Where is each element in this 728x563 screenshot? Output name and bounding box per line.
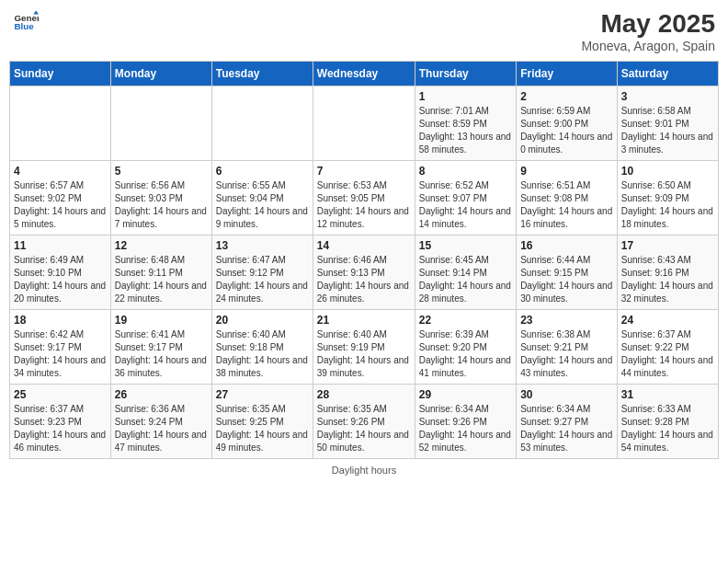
page-header: General Blue May 2025 Moneva, Aragon, Sp… — [9, 9, 719, 53]
title-area: May 2025 Moneva, Aragon, Spain — [581, 9, 715, 53]
day-info: Sunrise: 6:34 AM Sunset: 9:26 PM Dayligh… — [419, 403, 512, 454]
day-info: Sunrise: 6:55 AM Sunset: 9:04 PM Dayligh… — [216, 179, 309, 231]
day-cell: 26Sunrise: 6:36 AM Sunset: 9:24 PM Dayli… — [110, 385, 211, 459]
day-cell: 20Sunrise: 6:40 AM Sunset: 9:18 PM Dayli… — [211, 310, 313, 385]
day-cell: 24Sunrise: 6:37 AM Sunset: 9:22 PM Dayli… — [617, 310, 718, 385]
day-cell: 25Sunrise: 6:37 AM Sunset: 9:23 PM Dayli… — [10, 385, 111, 459]
day-number: 4 — [14, 165, 107, 178]
day-info: Sunrise: 6:52 AM Sunset: 9:07 PM Dayligh… — [419, 179, 512, 231]
day-cell: 11Sunrise: 6:49 AM Sunset: 9:10 PM Dayli… — [10, 236, 111, 310]
day-cell: 22Sunrise: 6:39 AM Sunset: 9:20 PM Dayli… — [415, 310, 516, 385]
day-info: Sunrise: 6:46 AM Sunset: 9:13 PM Dayligh… — [317, 254, 411, 305]
day-number: 25 — [14, 388, 107, 401]
day-info: Sunrise: 7:01 AM Sunset: 8:59 PM Dayligh… — [419, 105, 512, 156]
day-cell: 16Sunrise: 6:44 AM Sunset: 9:15 PM Dayli… — [517, 236, 618, 310]
day-cell: 1Sunrise: 7:01 AM Sunset: 8:59 PM Daylig… — [415, 86, 516, 161]
day-cell: 29Sunrise: 6:34 AM Sunset: 9:26 PM Dayli… — [415, 385, 516, 459]
column-header-tuesday: Tuesday — [211, 62, 313, 86]
day-cell — [110, 86, 211, 161]
day-number: 26 — [115, 388, 208, 401]
column-header-friday: Friday — [517, 62, 618, 86]
column-header-monday: Monday — [110, 62, 211, 86]
week-row-3: 11Sunrise: 6:49 AM Sunset: 9:10 PM Dayli… — [10, 236, 719, 310]
day-cell: 2Sunrise: 6:59 AM Sunset: 9:00 PM Daylig… — [517, 86, 618, 161]
svg-text:Blue: Blue — [14, 21, 34, 31]
day-info: Sunrise: 6:37 AM Sunset: 9:22 PM Dayligh… — [621, 328, 714, 380]
day-number: 27 — [216, 388, 309, 401]
day-info: Sunrise: 6:38 AM Sunset: 9:21 PM Dayligh… — [520, 328, 613, 380]
footer-daylight: Daylight hours — [9, 465, 719, 476]
day-info: Sunrise: 6:39 AM Sunset: 9:20 PM Dayligh… — [419, 328, 512, 380]
day-cell: 14Sunrise: 6:46 AM Sunset: 9:13 PM Dayli… — [313, 236, 415, 310]
day-cell: 31Sunrise: 6:33 AM Sunset: 9:28 PM Dayli… — [617, 385, 718, 459]
day-info: Sunrise: 6:41 AM Sunset: 9:17 PM Dayligh… — [115, 328, 208, 380]
day-info: Sunrise: 6:42 AM Sunset: 9:17 PM Dayligh… — [14, 328, 107, 380]
day-number: 29 — [419, 388, 512, 401]
day-info: Sunrise: 6:43 AM Sunset: 9:16 PM Dayligh… — [621, 254, 714, 305]
location-title: Moneva, Aragon, Spain — [581, 39, 715, 53]
day-cell: 7Sunrise: 6:53 AM Sunset: 9:05 PM Daylig… — [313, 161, 415, 236]
day-number: 24 — [621, 314, 714, 327]
day-cell: 10Sunrise: 6:50 AM Sunset: 9:09 PM Dayli… — [617, 161, 718, 236]
day-cell: 18Sunrise: 6:42 AM Sunset: 9:17 PM Dayli… — [10, 310, 111, 385]
day-cell — [313, 86, 415, 161]
day-number: 14 — [317, 239, 411, 252]
day-info: Sunrise: 6:40 AM Sunset: 9:19 PM Dayligh… — [317, 328, 411, 380]
day-cell — [211, 86, 313, 161]
column-header-saturday: Saturday — [617, 62, 718, 86]
day-cell: 28Sunrise: 6:35 AM Sunset: 9:26 PM Dayli… — [313, 385, 415, 459]
week-row-2: 4Sunrise: 6:57 AM Sunset: 9:02 PM Daylig… — [10, 161, 719, 236]
day-info: Sunrise: 6:50 AM Sunset: 9:09 PM Dayligh… — [621, 179, 714, 231]
day-cell: 30Sunrise: 6:34 AM Sunset: 9:27 PM Dayli… — [517, 385, 618, 459]
day-number: 5 — [115, 165, 208, 178]
day-number: 30 — [520, 388, 613, 401]
day-info: Sunrise: 6:33 AM Sunset: 9:28 PM Dayligh… — [621, 403, 714, 454]
day-info: Sunrise: 6:57 AM Sunset: 9:02 PM Dayligh… — [14, 179, 107, 231]
day-number: 21 — [317, 314, 411, 327]
day-number: 1 — [419, 90, 512, 103]
calendar-table: SundayMondayTuesdayWednesdayThursdayFrid… — [9, 61, 719, 459]
day-info: Sunrise: 6:37 AM Sunset: 9:23 PM Dayligh… — [14, 403, 107, 454]
day-number: 8 — [419, 165, 512, 178]
day-cell: 3Sunrise: 6:58 AM Sunset: 9:01 PM Daylig… — [617, 86, 718, 161]
day-number: 28 — [317, 388, 411, 401]
day-cell: 27Sunrise: 6:35 AM Sunset: 9:25 PM Dayli… — [211, 385, 313, 459]
day-number: 20 — [216, 314, 309, 327]
day-cell: 19Sunrise: 6:41 AM Sunset: 9:17 PM Dayli… — [110, 310, 211, 385]
day-cell: 4Sunrise: 6:57 AM Sunset: 9:02 PM Daylig… — [10, 161, 111, 236]
day-info: Sunrise: 6:47 AM Sunset: 9:12 PM Dayligh… — [216, 254, 309, 305]
day-cell: 21Sunrise: 6:40 AM Sunset: 9:19 PM Dayli… — [313, 310, 415, 385]
day-info: Sunrise: 6:40 AM Sunset: 9:18 PM Dayligh… — [216, 328, 309, 380]
day-info: Sunrise: 6:35 AM Sunset: 9:25 PM Dayligh… — [216, 403, 309, 454]
day-info: Sunrise: 6:49 AM Sunset: 9:10 PM Dayligh… — [14, 254, 107, 305]
day-info: Sunrise: 6:58 AM Sunset: 9:01 PM Dayligh… — [621, 105, 714, 156]
day-info: Sunrise: 6:34 AM Sunset: 9:27 PM Dayligh… — [520, 403, 613, 454]
day-number: 17 — [621, 239, 714, 252]
week-row-4: 18Sunrise: 6:42 AM Sunset: 9:17 PM Dayli… — [10, 310, 719, 385]
day-info: Sunrise: 6:51 AM Sunset: 9:08 PM Dayligh… — [520, 179, 613, 231]
column-header-thursday: Thursday — [415, 62, 516, 86]
day-info: Sunrise: 6:53 AM Sunset: 9:05 PM Dayligh… — [317, 179, 411, 231]
day-number: 7 — [317, 165, 411, 178]
day-info: Sunrise: 6:59 AM Sunset: 9:00 PM Dayligh… — [520, 105, 613, 156]
logo: General Blue — [13, 9, 39, 35]
day-number: 22 — [419, 314, 512, 327]
day-cell: 13Sunrise: 6:47 AM Sunset: 9:12 PM Dayli… — [211, 236, 313, 310]
column-header-sunday: Sunday — [10, 62, 111, 86]
column-header-wednesday: Wednesday — [313, 62, 415, 86]
day-number: 9 — [520, 165, 613, 178]
day-cell: 17Sunrise: 6:43 AM Sunset: 9:16 PM Dayli… — [617, 236, 718, 310]
logo-icon: General Blue — [13, 9, 39, 35]
day-info: Sunrise: 6:56 AM Sunset: 9:03 PM Dayligh… — [115, 179, 208, 231]
day-number: 23 — [520, 314, 613, 327]
day-number: 16 — [520, 239, 613, 252]
day-number: 2 — [520, 90, 613, 103]
day-cell: 8Sunrise: 6:52 AM Sunset: 9:07 PM Daylig… — [415, 161, 516, 236]
week-row-5: 25Sunrise: 6:37 AM Sunset: 9:23 PM Dayli… — [10, 385, 719, 459]
day-number: 6 — [216, 165, 309, 178]
day-info: Sunrise: 6:48 AM Sunset: 9:11 PM Dayligh… — [115, 254, 208, 305]
day-number: 12 — [115, 239, 208, 252]
day-cell — [10, 86, 111, 161]
day-cell: 9Sunrise: 6:51 AM Sunset: 9:08 PM Daylig… — [517, 161, 618, 236]
day-info: Sunrise: 6:35 AM Sunset: 9:26 PM Dayligh… — [317, 403, 411, 454]
